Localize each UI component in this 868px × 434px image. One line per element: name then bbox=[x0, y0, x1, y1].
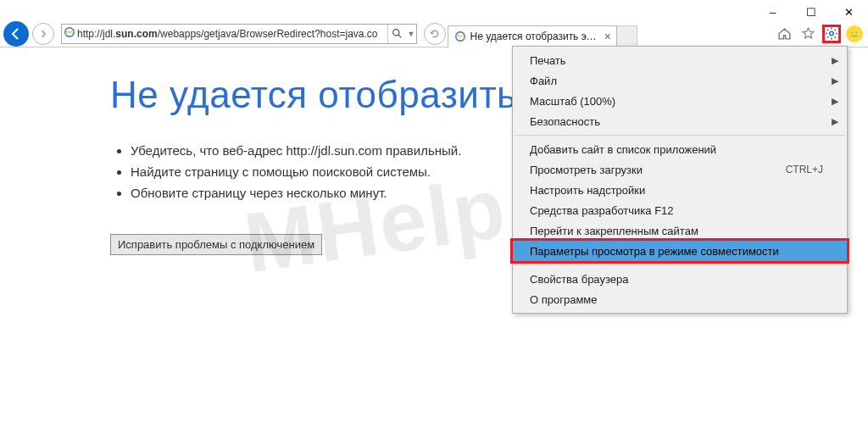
close-glyph: ✕ bbox=[844, 6, 854, 19]
refresh-button[interactable] bbox=[424, 23, 446, 45]
search-icon[interactable] bbox=[387, 25, 406, 43]
menu-item-about[interactable]: О программе bbox=[513, 289, 847, 309]
settings-menu: Печать▶ Файл▶ Масштаб (100%)▶ Безопаснос… bbox=[512, 46, 848, 314]
chevron-right-icon: ▶ bbox=[832, 75, 838, 86]
settings-gear-button[interactable] bbox=[822, 25, 841, 43]
back-button[interactable] bbox=[3, 21, 29, 47]
menu-item-zoom[interactable]: Масштаб (100%)▶ bbox=[513, 91, 847, 111]
menu-item-safety[interactable]: Безопасность▶ bbox=[513, 111, 847, 131]
home-icon[interactable] bbox=[775, 25, 793, 43]
minimize-glyph: – bbox=[770, 6, 776, 19]
tab-close-button[interactable]: × bbox=[604, 30, 611, 43]
maximize-glyph: ☐ bbox=[806, 6, 816, 19]
svg-line-1 bbox=[398, 35, 401, 37]
menu-item-f12-devtools[interactable]: Средства разработчика F12 bbox=[513, 200, 847, 220]
feedback-smiley-icon[interactable] bbox=[846, 25, 863, 42]
forward-button[interactable] bbox=[32, 23, 54, 45]
shortcut-label: CTRL+J bbox=[786, 164, 823, 175]
ie-page-icon bbox=[453, 30, 466, 43]
tab-title: Не удается отобразить эту... bbox=[470, 31, 598, 42]
dropdown-icon[interactable]: ▼ bbox=[406, 30, 416, 38]
menu-item-add-to-apps[interactable]: Добавить сайт в список приложений bbox=[513, 139, 847, 159]
menu-item-file[interactable]: Файл▶ bbox=[513, 70, 847, 91]
new-tab-button[interactable] bbox=[617, 25, 637, 47]
toolbar: http://jdl.sun.com/webapps/getjava/Brows… bbox=[0, 20, 868, 47]
svg-point-4 bbox=[855, 31, 857, 33]
favorites-icon[interactable] bbox=[798, 25, 817, 43]
chevron-right-icon: ▶ bbox=[832, 116, 838, 127]
tab-active[interactable]: Не удается отобразить эту... × bbox=[448, 25, 617, 47]
menu-item-view-downloads[interactable]: Просмотреть загрузкиCTRL+J bbox=[513, 159, 847, 180]
menu-item-internet-options[interactable]: Свойства браузера bbox=[513, 269, 847, 289]
address-text: http://jdl.sun.com/webapps/getjava/Brows… bbox=[77, 28, 387, 40]
svg-point-2 bbox=[830, 31, 833, 35]
address-bar[interactable]: http://jdl.sun.com/webapps/getjava/Brows… bbox=[61, 24, 417, 44]
menu-item-print[interactable]: Печать▶ bbox=[513, 50, 847, 70]
ie-page-icon bbox=[62, 26, 77, 41]
svg-point-0 bbox=[393, 30, 399, 36]
chevron-right-icon: ▶ bbox=[832, 55, 838, 66]
svg-point-3 bbox=[852, 31, 854, 33]
menu-item-manage-addons[interactable]: Настроить надстройки bbox=[513, 180, 847, 200]
menu-item-compatibility-view-settings[interactable]: Параметры просмотра в режиме совместимос… bbox=[510, 238, 849, 264]
chevron-right-icon: ▶ bbox=[832, 96, 838, 107]
fix-connection-button[interactable]: Исправить проблемы с подключением bbox=[110, 234, 322, 255]
